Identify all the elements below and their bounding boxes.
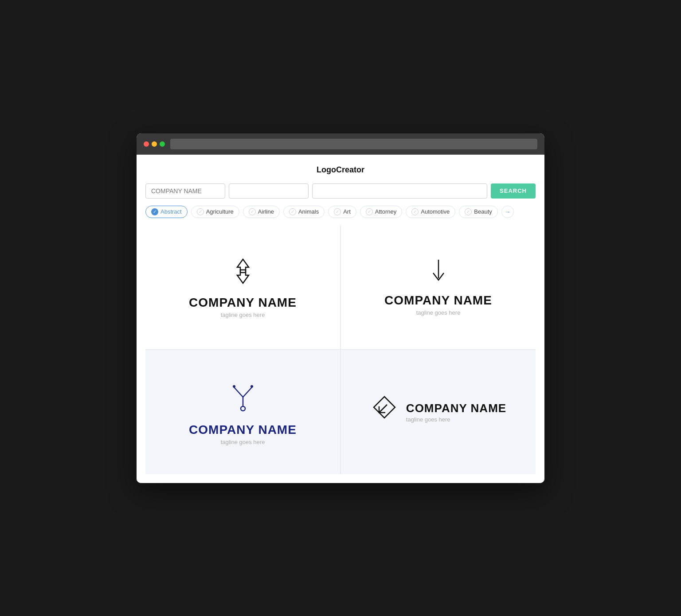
extra-input[interactable]: [312, 183, 487, 199]
logo2-tagline: tagline goes here: [416, 309, 461, 316]
logo1-company-name: COMPANY NAME: [189, 296, 297, 310]
filter-chip-art[interactable]: ✓ Art: [328, 206, 356, 218]
logo-card-4[interactable]: COMPANY NAME tagline goes here: [341, 350, 536, 474]
check-icon-attorney: ✓: [366, 208, 373, 215]
check-icon-beauty: ✓: [465, 208, 472, 215]
browser-toolbar: [137, 133, 544, 155]
filter-chip-abstract[interactable]: ✓ Abstract: [145, 206, 188, 218]
svg-line-4: [243, 387, 252, 397]
minimize-dot[interactable]: [152, 141, 157, 147]
arrow-down-icon: [430, 258, 447, 286]
logo3-company-name: COMPANY NAME: [189, 423, 297, 437]
company-name-input[interactable]: [145, 183, 225, 199]
filter-bar: ✓ Abstract ✓ Agriculture ✓ Airline ✓ Ani…: [145, 206, 536, 218]
logo-grid: COMPANY NAME tagline goes here COMPANY N…: [145, 225, 536, 474]
filter-chip-airline[interactable]: ✓ Airline: [243, 206, 280, 218]
logo-card-3[interactable]: COMPANY NAME tagline goes here: [145, 350, 340, 474]
svg-point-5: [233, 385, 235, 388]
close-dot[interactable]: [144, 141, 149, 147]
person-handstand-icon: [225, 378, 261, 416]
filter-next-button[interactable]: →: [501, 206, 514, 218]
address-bar[interactable]: [170, 139, 537, 149]
browser-window: LogoCreator tagline goes here SEARCH ✓ A…: [137, 133, 544, 483]
filter-chip-attorney[interactable]: ✓ Attorney: [360, 206, 402, 218]
check-icon-airline: ✓: [249, 208, 256, 215]
svg-line-7: [379, 405, 387, 413]
logo4-tagline: tagline goes here: [406, 416, 506, 423]
check-icon-animals: ✓: [289, 208, 296, 215]
app-title: LogoCreator: [145, 165, 536, 175]
logo-card-2[interactable]: COMPANY NAME tagline goes here: [341, 225, 536, 349]
arrows-updown-icon: [227, 256, 258, 289]
check-icon-agriculture: ✓: [197, 208, 204, 215]
filter-chip-agriculture[interactable]: ✓ Agriculture: [191, 206, 239, 218]
arrow-diagonal-icon: [370, 393, 399, 424]
svg-point-1: [241, 406, 245, 411]
tagline-input[interactable]: tagline goes here: [229, 183, 309, 199]
filter-chip-beauty[interactable]: ✓ Beauty: [459, 206, 497, 218]
filter-chip-animals[interactable]: ✓ Animals: [283, 206, 325, 218]
maximize-dot[interactable]: [160, 141, 165, 147]
search-bar: tagline goes here SEARCH: [145, 183, 536, 199]
browser-dots: [144, 141, 165, 147]
filter-chip-automotive[interactable]: ✓ Automotive: [406, 206, 455, 218]
logo3-tagline: tagline goes here: [221, 439, 265, 445]
logo4-row: COMPANY NAME tagline goes here: [370, 393, 506, 431]
svg-point-6: [250, 385, 253, 388]
logo-card-1[interactable]: COMPANY NAME tagline goes here: [145, 225, 340, 349]
check-icon-abstract: ✓: [151, 208, 158, 215]
logo4-text: COMPANY NAME tagline goes here: [406, 402, 506, 423]
check-icon-art: ✓: [334, 208, 341, 215]
logo2-company-name: COMPANY NAME: [384, 293, 492, 308]
svg-line-3: [234, 387, 243, 397]
search-button[interactable]: SEARCH: [491, 183, 536, 199]
logo1-tagline: tagline goes here: [221, 312, 265, 318]
logo4-company-name: COMPANY NAME: [406, 402, 506, 415]
app-content: LogoCreator tagline goes here SEARCH ✓ A…: [137, 155, 544, 483]
check-icon-automotive: ✓: [411, 208, 419, 215]
